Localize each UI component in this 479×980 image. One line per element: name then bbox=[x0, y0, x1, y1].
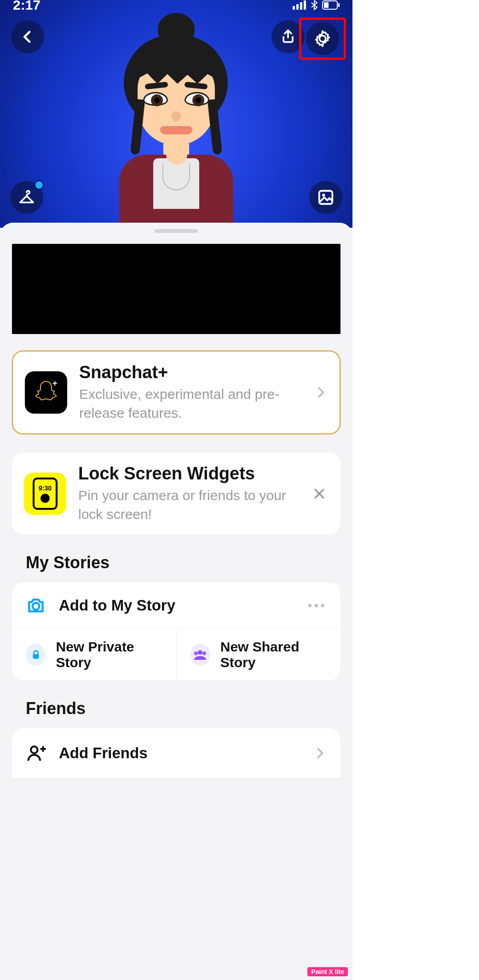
svg-point-8 bbox=[322, 194, 325, 196]
notification-dot bbox=[34, 180, 44, 190]
new-private-story-label: New Private Story bbox=[56, 639, 162, 670]
my-stories-header: My Stories bbox=[26, 553, 352, 572]
snapchat-plus-subtitle: Exclusive, experimental and pre-release … bbox=[79, 385, 303, 422]
profile-sheet: + Snapchat+ Exclusive, experimental and … bbox=[0, 223, 352, 980]
svg-rect-5 bbox=[338, 3, 340, 7]
svg-rect-11 bbox=[33, 654, 39, 659]
add-friend-icon bbox=[26, 743, 46, 763]
background-button[interactable] bbox=[309, 181, 342, 214]
lock-widgets-subtitle: Pin your camera or friends to your lock … bbox=[78, 486, 298, 524]
story-options-button[interactable]: ••• bbox=[308, 598, 327, 613]
svg-text:+: + bbox=[52, 379, 58, 388]
svg-point-10 bbox=[33, 603, 40, 610]
settings-highlight bbox=[299, 17, 346, 60]
sheet-grabber[interactable] bbox=[155, 229, 198, 233]
redacted-block bbox=[12, 244, 340, 334]
svg-point-14 bbox=[202, 651, 206, 655]
status-time: 2:17 bbox=[13, 0, 40, 13]
lock-widgets-card[interactable]: 9:30 Lock Screen Widgets Pin your camera… bbox=[12, 453, 340, 535]
lock-widgets-icon: 9:30 bbox=[24, 473, 66, 515]
lock-widgets-title: Lock Screen Widgets bbox=[78, 464, 298, 484]
svg-point-12 bbox=[198, 650, 202, 655]
bitmoji-avatar[interactable] bbox=[107, 7, 245, 224]
picture-icon bbox=[317, 189, 335, 206]
chevron-left-icon bbox=[20, 29, 35, 44]
svg-rect-1 bbox=[296, 4, 299, 10]
add-to-story-label: Add to My Story bbox=[59, 597, 295, 614]
svg-rect-6 bbox=[324, 2, 329, 8]
friends-header: Friends bbox=[26, 699, 352, 718]
snapchat-plus-text: Snapchat+ Exclusive, experimental and pr… bbox=[79, 363, 303, 422]
outfit-button[interactable] bbox=[10, 181, 43, 214]
add-friends-row[interactable]: Add Friends bbox=[12, 728, 340, 778]
hanger-icon bbox=[18, 189, 35, 206]
new-shared-story-button[interactable]: New Shared Story bbox=[177, 629, 341, 680]
back-button[interactable] bbox=[11, 20, 44, 53]
new-shared-story-label: New Shared Story bbox=[220, 639, 327, 670]
lock-icon bbox=[26, 644, 46, 666]
chevron-right-icon bbox=[315, 382, 328, 403]
snapchat-plus-icon: + bbox=[25, 371, 67, 414]
add-to-story-row[interactable]: Add to My Story ••• bbox=[12, 582, 340, 629]
signal-icon bbox=[293, 0, 306, 10]
profile-screen: 2:17 bbox=[0, 0, 352, 980]
snapchat-plus-card[interactable]: + Snapchat+ Exclusive, experimental and … bbox=[12, 351, 340, 434]
snapchat-plus-title: Snapchat+ bbox=[79, 363, 303, 382]
profile-header: 2:17 bbox=[0, 0, 352, 228]
widget-time-label: 9:30 bbox=[39, 484, 52, 492]
svg-point-13 bbox=[194, 651, 198, 655]
gear-icon bbox=[313, 29, 332, 48]
battery-icon bbox=[322, 0, 340, 10]
settings-button[interactable] bbox=[306, 22, 339, 55]
status-indicators bbox=[293, 0, 340, 10]
add-friends-label: Add Friends bbox=[59, 744, 301, 762]
camera-icon bbox=[26, 595, 46, 616]
close-icon bbox=[312, 487, 326, 501]
watermark-badge: Paint X lite bbox=[307, 967, 348, 976]
dismiss-widgets-button[interactable] bbox=[310, 484, 329, 503]
svg-rect-0 bbox=[293, 6, 295, 10]
crop-edge bbox=[352, 0, 479, 980]
chevron-right-icon bbox=[314, 747, 327, 760]
bluetooth-icon bbox=[311, 0, 317, 10]
group-icon bbox=[190, 644, 210, 666]
svg-rect-3 bbox=[304, 0, 306, 10]
stories-card: Add to My Story ••• New Private Story Ne… bbox=[12, 582, 340, 680]
svg-point-15 bbox=[31, 746, 38, 753]
friends-card: Add Friends bbox=[12, 728, 340, 778]
lock-widgets-text: Lock Screen Widgets Pin your camera or f… bbox=[78, 464, 298, 524]
svg-rect-2 bbox=[300, 2, 302, 10]
svg-rect-7 bbox=[319, 191, 333, 204]
share-icon bbox=[280, 29, 296, 45]
new-private-story-button[interactable]: New Private Story bbox=[12, 629, 177, 680]
